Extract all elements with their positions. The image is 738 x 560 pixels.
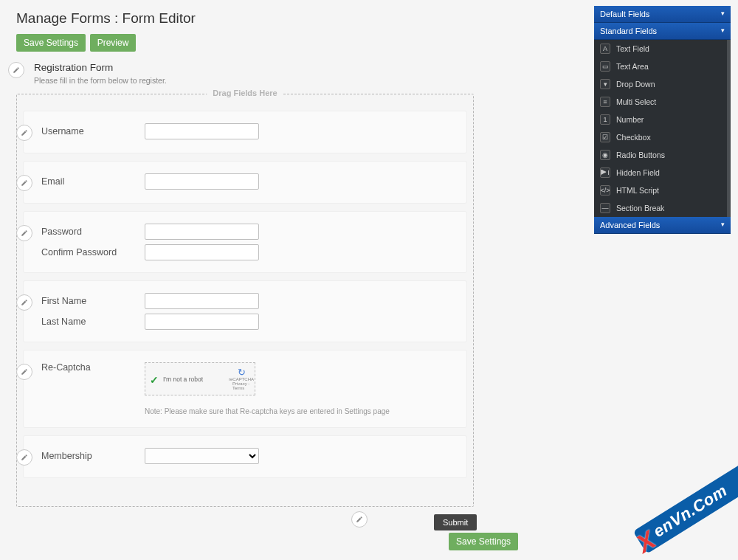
pencil-icon — [13, 66, 20, 74]
first-name-input[interactable] — [145, 293, 259, 309]
field-type-icon: ⯈І — [600, 167, 610, 178]
sidebar-field-label: HTML Script — [616, 186, 659, 195]
sidebar-field-label: Hidden Field — [616, 168, 660, 177]
panel-label: Default Fields — [600, 10, 649, 18]
panel-default-fields[interactable]: Default Fields ▾ — [594, 6, 731, 23]
last-name-input[interactable] — [145, 314, 259, 330]
edit-field-button[interactable] — [16, 294, 32, 311]
edit-field-button[interactable] — [16, 449, 32, 466]
field-type-icon: ☑ — [600, 132, 610, 142]
save-settings-button[interactable]: Save Settings — [16, 34, 86, 52]
watermark: X enVn.Com — [633, 458, 738, 554]
pencil-icon — [21, 129, 28, 136]
sidebar-field-label: Multi Select — [616, 97, 656, 106]
edit-field-button[interactable] — [16, 175, 32, 191]
drag-fields-zone[interactable]: Drag Fields Here Username Email Password… — [16, 94, 474, 507]
sidebar-field-item[interactable]: AText Field — [594, 40, 731, 58]
edit-submit-button[interactable] — [351, 511, 368, 528]
recaptcha-note: Note: Please make sure that Re-captcha k… — [145, 407, 452, 415]
field-card-email[interactable]: Email — [23, 161, 467, 204]
membership-select[interactable] — [145, 448, 259, 464]
sidebar-field-item[interactable]: ☑Checkbox — [594, 128, 731, 146]
sidebar-field-item[interactable]: ≡Multi Select — [594, 93, 731, 111]
panel-advanced-fields[interactable]: Advanced Fields ▾ — [594, 217, 731, 234]
field-type-icon: ▭ — [600, 61, 610, 72]
sidebar-field-label: Radio Buttons — [616, 151, 665, 159]
recaptcha-widget[interactable]: ✓ I'm not a robot ↻ reCAPTCHA Privacy - … — [145, 362, 255, 395]
password-input[interactable] — [145, 224, 259, 240]
pencil-icon — [21, 229, 28, 237]
field-label: Confirm Password — [41, 247, 145, 257]
field-type-icon: </> — [600, 185, 610, 196]
standard-fields-list: AText Field▭Text Area▾Drop Down≡Multi Se… — [594, 40, 731, 217]
recaptcha-icon: ↻ — [238, 367, 246, 377]
pencil-icon — [21, 299, 28, 306]
sidebar-field-item[interactable]: </>HTML Script — [594, 182, 731, 199]
field-label: Email — [41, 176, 145, 187]
sidebar-field-label: Section Break — [616, 204, 664, 212]
field-type-icon: ▾ — [600, 79, 610, 89]
pencil-icon — [21, 368, 28, 376]
pencil-icon — [21, 179, 28, 187]
chevron-down-icon: ▾ — [721, 221, 725, 228]
edit-field-button[interactable] — [16, 364, 32, 380]
sidebar-field-item[interactable]: ◉Radio Buttons — [594, 146, 731, 164]
field-card-name[interactable]: First Name Last Name — [23, 280, 467, 342]
field-label: First Name — [41, 296, 145, 306]
sidebar-field-label: Checkbox — [616, 133, 651, 142]
pencil-icon — [356, 516, 363, 523]
preview-button[interactable]: Preview — [90, 34, 137, 52]
field-card-password[interactable]: Password Confirm Password — [23, 211, 467, 273]
fields-sidebar: Default Fields ▾ Standard Fields ▾ AText… — [594, 6, 731, 234]
chevron-down-icon: ▾ — [721, 10, 725, 17]
field-type-icon: — — [600, 203, 610, 213]
field-type-icon: A — [600, 44, 610, 54]
check-icon: ✓ — [150, 374, 160, 384]
field-label: Membership — [41, 451, 145, 461]
field-type-icon: ◉ — [600, 150, 610, 160]
sidebar-field-item[interactable]: ▭Text Area — [594, 58, 731, 75]
panel-standard-fields[interactable]: Standard Fields ▾ — [594, 23, 731, 40]
sidebar-field-label: Number — [616, 115, 644, 124]
field-card-recaptcha[interactable]: Re-Captcha ✓ I'm not a robot ↻ reCAPTCHA… — [23, 350, 467, 428]
field-card-username[interactable]: Username — [23, 111, 467, 153]
recaptcha-logo: ↻ reCAPTCHA Privacy - Terms — [232, 370, 250, 388]
field-label: Re-Captcha — [41, 362, 145, 373]
field-type-icon: ≡ — [600, 97, 610, 107]
sidebar-field-label: Text Area — [616, 62, 649, 71]
recaptcha-text: I'm not a robot — [163, 376, 232, 383]
sidebar-field-item[interactable]: —Section Break — [594, 199, 731, 217]
drag-zone-label: Drag Fields Here — [207, 89, 283, 97]
panel-label: Standard Fields — [600, 27, 657, 35]
field-label: Password — [41, 227, 145, 237]
panel-label: Advanced Fields — [600, 221, 660, 229]
edit-form-header-button[interactable] — [8, 62, 24, 78]
submit-button[interactable]: Submit — [434, 514, 477, 530]
field-type-icon: 1 — [600, 114, 610, 125]
field-card-membership[interactable]: Membership — [23, 435, 467, 478]
edit-field-button[interactable] — [16, 125, 32, 141]
email-input[interactable] — [145, 173, 259, 190]
edit-field-button[interactable] — [16, 225, 32, 241]
sidebar-field-label: Text Field — [616, 44, 649, 53]
username-input[interactable] — [145, 123, 259, 139]
confirm-password-input[interactable] — [145, 244, 259, 260]
field-label: Username — [41, 126, 145, 136]
chevron-down-icon: ▾ — [721, 27, 725, 34]
sidebar-field-item[interactable]: ▾Drop Down — [594, 75, 731, 93]
sidebar-field-item[interactable]: ⯈ІHidden Field — [594, 164, 731, 182]
pencil-icon — [21, 454, 28, 461]
sidebar-field-label: Drop Down — [616, 80, 655, 89]
save-settings-bottom-button[interactable]: Save Settings — [449, 533, 518, 550]
sidebar-field-item[interactable]: 1Number — [594, 111, 731, 128]
field-label: Last Name — [41, 317, 145, 327]
